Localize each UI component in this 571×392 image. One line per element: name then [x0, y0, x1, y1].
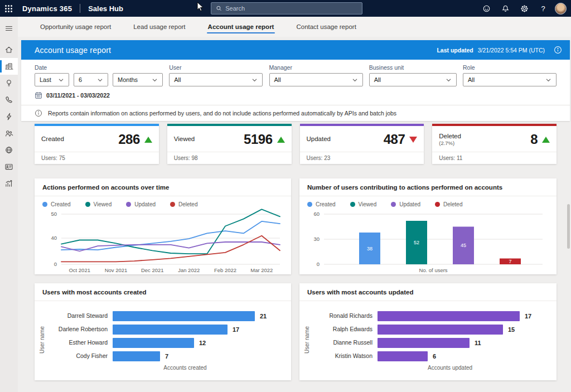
date-filter-label: Date — [35, 64, 163, 71]
brand-title: Dynamics 365 — [17, 4, 80, 13]
user-filter-group: UserAll — [169, 64, 263, 86]
column-chart-title: Number of users contributing to actions … — [299, 178, 557, 196]
header-info-icon[interactable] — [554, 46, 562, 54]
report-content: Account usage report Last updated 3/21/2… — [18, 37, 571, 392]
column-chart-card: Number of users contributing to actions … — [299, 178, 557, 274]
kpi-card-updated: Updated487Users: 23 — [300, 124, 424, 164]
legend-viewed: Viewed — [350, 201, 377, 207]
info-icon — [35, 109, 42, 117]
role-select[interactable]: All — [463, 73, 557, 86]
svg-text:38: 38 — [367, 246, 372, 251]
global-search[interactable] — [211, 2, 362, 14]
app-name[interactable]: Sales Hub — [88, 4, 123, 13]
y-axis-label: User name — [39, 321, 45, 360]
sidebar-item-reports-icon[interactable] — [0, 175, 18, 192]
kpi-card-deleted: Deleted(2.7%)8Users: 11 — [432, 124, 557, 164]
svg-text:30: 30 — [313, 236, 320, 242]
kpi-card-created: Created286Users: 75 — [35, 124, 159, 164]
manager-filter-group: ManagerAll — [269, 64, 363, 86]
svg-text:52: 52 — [414, 240, 419, 245]
x-axis-label: Accounts updated — [378, 365, 522, 371]
sidebar-item-cards-icon[interactable] — [0, 158, 18, 175]
svg-text:50: 50 — [51, 211, 57, 217]
gear-icon[interactable] — [517, 1, 531, 16]
app-launcher-waffle-icon[interactable] — [0, 0, 17, 17]
line-chart-title: Actions performed on accounts over time — [35, 178, 291, 196]
vertical-scrollbar-thumb[interactable] — [567, 204, 570, 249]
smiley-icon[interactable] — [479, 1, 493, 16]
hbar-row: Darlene Robertson17 — [55, 325, 284, 335]
svg-text:45: 45 — [461, 243, 466, 248]
line-chart: 04050Oct 2021Nov 2021Dec 2021Jan 2022Feb… — [35, 207, 291, 274]
sidebar-item-territory-icon[interactable] — [0, 142, 18, 158]
sidebar-item-contacts-icon[interactable] — [0, 125, 18, 142]
hbar-row: Esther Howard12 — [55, 338, 284, 348]
search-icon — [216, 5, 222, 12]
sidebar-item-home-icon[interactable] — [0, 41, 18, 58]
hbar-row: Ronald Richards17 — [320, 311, 550, 321]
sidebar-item-calls-icon[interactable] — [0, 91, 18, 108]
tab-account-usage-report[interactable]: Account usage report — [207, 18, 275, 35]
calendar-icon — [35, 91, 42, 99]
last-updated: Last updated 3/21/2022 5:54 PM (UTC) — [437, 47, 545, 54]
topbar-icon-group: ? — [479, 1, 571, 16]
legend-updated: Updated — [126, 201, 156, 207]
sidebar-item-insights-icon[interactable] — [0, 75, 18, 91]
accounts-created-chart: User name Darrell Steward21Darlene Rober… — [35, 301, 291, 376]
svg-text:7: 7 — [509, 259, 511, 264]
tab-opportunity-usage-report[interactable]: Opportunity usage report — [39, 18, 112, 35]
accounts-updated-title: Users with most accounts updated — [299, 283, 557, 301]
line-chart-card: Actions performed on accounts over time … — [35, 178, 291, 274]
topbar-divider — [80, 4, 80, 13]
trend-up-icon — [144, 137, 152, 143]
nav-toggle-menu-icon[interactable] — [0, 20, 18, 37]
kpi-card-row: Created286Users: 75Viewed5196Users: 98Up… — [35, 124, 557, 164]
date-select-2[interactable]: Months — [113, 73, 163, 86]
svg-text:Dec 2021: Dec 2021 — [141, 267, 164, 273]
date-filter-group: Date Last6Months — [35, 64, 163, 86]
svg-text:No. of users: No. of users — [419, 267, 447, 273]
search-input[interactable] — [225, 5, 357, 12]
last-updated-label: Last updated — [437, 47, 473, 54]
report-header: Account usage report Last updated 3/21/2… — [21, 40, 570, 60]
svg-text:Jan 2022: Jan 2022 — [178, 267, 200, 273]
user-avatar[interactable] — [555, 3, 567, 14]
y-axis-label: User name — [304, 321, 310, 360]
trend-up-icon — [277, 137, 285, 143]
legend-created: Created — [42, 201, 71, 207]
legend-deleted: Deleted — [170, 201, 197, 207]
svg-text:0: 0 — [317, 261, 320, 267]
trend-down-icon — [409, 137, 417, 143]
business-unit-select[interactable]: All — [369, 73, 457, 86]
svg-text:Oct 2021: Oct 2021 — [69, 267, 90, 273]
hbar-row: Kristin Watson6 — [320, 351, 550, 361]
date-range: 03/11/2021 - 03/03/2022 — [21, 86, 570, 105]
column-chart: 030603852457No. of users — [299, 207, 557, 274]
tab-lead-usage-report[interactable]: Lead usage report — [132, 18, 186, 35]
sidebar-item-automation-icon[interactable] — [0, 108, 18, 125]
user-select[interactable]: All — [169, 73, 263, 86]
top-navigation-bar: Dynamics 365 Sales Hub ? — [0, 0, 571, 17]
legend-deleted: Deleted — [435, 201, 462, 207]
kpi-card-viewed: Viewed5196Users: 98 — [167, 124, 292, 164]
filter-bar: Date Last6Months UserAllManagerAllBusine… — [21, 60, 570, 86]
legend-updated: Updated — [391, 201, 420, 207]
hbar-row: Ralph Edwards15 — [320, 325, 550, 335]
date-range-value: 03/11/2021 - 03/03/2022 — [46, 92, 110, 99]
bell-icon[interactable] — [498, 1, 512, 16]
accounts-created-title: Users with most accounts created — [35, 283, 291, 301]
tab-contact-usage-report[interactable]: Contact usage report — [295, 18, 357, 35]
svg-text:60: 60 — [313, 211, 320, 217]
date-select-0[interactable]: Last — [35, 73, 69, 86]
report-tab-bar: Opportunity usage reportLead usage repor… — [18, 17, 571, 37]
sidebar-item-accounts-icon[interactable] — [0, 58, 18, 75]
svg-text:0: 0 — [54, 261, 57, 267]
help-icon[interactable]: ? — [536, 1, 550, 16]
manager-select[interactable]: All — [269, 73, 363, 86]
page-title: Account usage report — [35, 46, 111, 55]
svg-text:Nov 2021: Nov 2021 — [105, 267, 128, 273]
left-navigation-rail — [0, 17, 18, 392]
hbar-row: Dianne Russell11 — [320, 338, 550, 348]
accounts-updated-chart: User name Ronald Richards17Ralph Edwards… — [299, 301, 557, 376]
date-select-1[interactable]: 6 — [74, 73, 108, 86]
